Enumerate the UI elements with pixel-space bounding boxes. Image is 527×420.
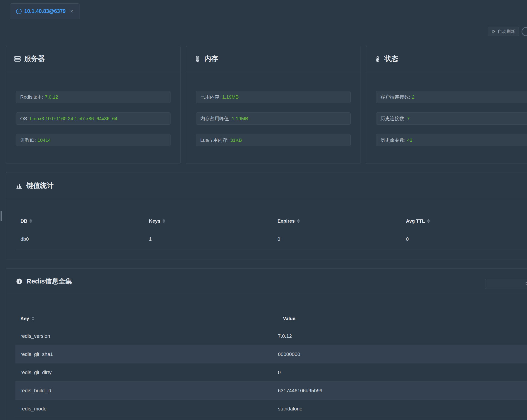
metric-label: Redis版本: [20,94,43,99]
refresh-icon: ⟳ [492,29,496,34]
server-card-title: 服务器 [24,54,45,63]
metric-connected-clients: 客户端连接数:2 [376,91,527,103]
search-icon [525,281,527,287]
cell-key: redis_git_dirty [15,370,278,376]
metric-value: 10414 [37,137,51,143]
redis-info-table: Key Value redis_version 7.0.12 redis_git… [15,310,527,418]
sort-icon [427,219,430,223]
key-stats-table: DB Keys Expires Avg TTL db0 1 [15,214,527,250]
column-label: Keys [149,218,160,224]
metric-value: 2 [412,94,415,99]
cell-key: redis_mode [15,406,278,412]
metric-label: Lua占用内存: [200,137,229,143]
cell-key: redis_version [15,333,278,339]
memory-card: 内存 已用内存:1.19MB 内存占用峰值:1.19MB Lua占用内存:31K… [186,46,361,164]
metric-value: 31KB [230,137,242,143]
key-stats-section: 键值统计 DB Keys Expires Avg TTL [6,172,527,259]
table-row: redis_version 7.0.12 [15,327,527,345]
metric-redis-version: Redis版本:7.0.12 [16,91,171,103]
metric-os: OS:Linux3.10.0-1160.24.1.el7.x86_64x86_6… [16,112,171,125]
info-circle-icon [16,278,23,285]
metric-total-commands: 历史命令数:43 [376,134,527,146]
key-stats-title: 键值统计 [26,181,54,190]
splitter-handle[interactable] [0,211,2,221]
column-header-avg-ttl[interactable]: Avg TTL [401,218,527,224]
status-card-body: 客户端连接数:2 历史连接数:7 历史命令数:43 [366,71,527,146]
cell-value: 0 [278,370,527,376]
column-label: DB [21,218,27,224]
metric-label: 进程ID: [20,137,36,143]
redis-info-table-head: Key Value [15,310,527,327]
column-header-db[interactable]: DB [15,218,144,224]
column-label: Value [283,316,296,321]
search-input[interactable] [485,281,525,287]
metric-used-memory: 已用内存:1.19MB [196,91,351,103]
info-search [485,279,527,289]
connection-tab[interactable]: i 10.1.40.83@6379 × [10,3,79,19]
thermometer-icon [374,55,381,62]
cell-avg-ttl: 0 [401,236,527,242]
metric-value: 7 [407,116,410,121]
status-card-header: 状态 [366,46,527,71]
auto-refresh-button[interactable]: ⟳ 自动刷新 [488,27,519,36]
column-header-expires[interactable]: Expires [273,218,401,224]
metric-label: OS: [20,116,28,121]
column-label: Avg TTL [406,218,425,224]
server-card-body: Redis版本:7.0.12 OS:Linux3.10.0-1160.24.1.… [6,71,180,146]
cell-keys: 1 [144,236,273,242]
server-icon [14,55,21,62]
tab-title: 10.1.40.83@6379 [24,8,66,14]
metric-value: 43 [407,137,412,143]
tab-close-icon[interactable]: × [70,9,73,14]
stat-cards-row: 服务器 Redis版本:7.0.12 OS:Linux3.10.0-1160.2… [6,46,527,164]
cell-expires: 0 [273,236,401,242]
sort-icon [297,219,300,223]
cell-key: redis_build_id [15,388,278,394]
redis-info-section: Redis信息全集 Key Value [6,268,527,420]
cell-value: 6317446106d95b99 [278,388,527,394]
column-label: Key [21,316,29,321]
memory-icon [194,55,201,62]
metric-value: Linux3.10.0-1160.24.1.el7.x86_64x86_64 [30,116,117,121]
metric-label: 已用内存: [200,94,221,99]
server-card-header: 服务器 [6,46,180,71]
metric-label: 内存占用峰值: [200,116,230,121]
table-row: redis_build_id 6317446106d95b99 [15,382,527,400]
column-label: Expires [277,218,295,224]
cell-key: redis_git_sha1 [15,351,278,357]
redis-info-table-body: redis_version 7.0.12 redis_git_sha1 0000… [15,327,527,418]
metric-label: 历史命令数: [380,137,406,143]
metric-label: 客户端连接数: [380,94,410,99]
redis-info-title: Redis信息全集 [26,277,72,286]
cell-value: 7.0.12 [278,333,527,339]
metric-process-id: 进程ID:10414 [16,134,171,146]
table-row: redis_git_dirty 0 [15,364,527,382]
metric-value: 7.0.12 [45,94,58,99]
status-card-title: 状态 [384,54,398,63]
key-stats-header: 键值统计 [6,172,527,199]
metric-peak-memory: 内存占用峰值:1.19MB [196,112,351,125]
metric-value: 1.19MB [222,94,239,99]
cell-db: db0 [15,236,144,242]
column-header-key[interactable]: Key [15,316,278,321]
redis-info-header: Redis信息全集 [6,268,527,294]
sort-icon [30,219,32,223]
cell-value: 00000000 [278,351,527,357]
key-stats-table-head: DB Keys Expires Avg TTL [15,214,527,228]
redis-dashboard: i 10.1.40.83@6379 × ⟳ 自动刷新 服务器 [0,0,527,420]
memory-card-body: 已用内存:1.19MB 内存占用峰值:1.19MB Lua占用内存:31KB [186,71,361,146]
memory-card-header: 内存 [186,46,361,71]
info-icon: i [16,9,22,14]
auto-refresh-label: 自动刷新 [498,29,515,34]
server-card: 服务器 Redis版本:7.0.12 OS:Linux3.10.0-1160.2… [6,46,181,164]
sort-icon [32,316,34,321]
sort-icon [163,219,165,223]
table-row: db0 1 0 0 [15,228,527,250]
table-row: redis_git_sha1 00000000 [15,345,527,364]
refresh-toggle[interactable] [522,27,527,36]
column-header-keys[interactable]: Keys [144,218,273,224]
cell-value: standalone [278,406,527,412]
bar-chart-icon [16,182,23,189]
metric-value: 1.19MB [232,116,248,121]
table-row: redis_mode standalone [15,400,527,418]
